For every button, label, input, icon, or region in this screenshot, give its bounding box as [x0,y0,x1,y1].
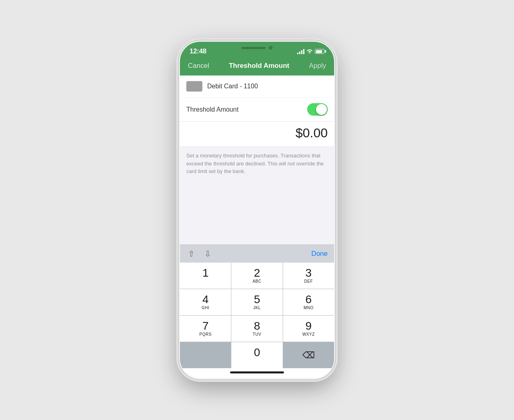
toolbar-nav-buttons: ⇧ ⇩ [186,248,213,259]
toggle-track [307,103,328,116]
key-2[interactable]: 2 ABC [231,263,282,289]
card-label: Debit Card - 1100 [207,83,258,90]
key-8[interactable]: 8 TUV [231,316,282,342]
amount-value: $0.00 [296,126,328,140]
threshold-label: Threshold Amount [186,106,239,113]
prev-field-button[interactable]: ⇧ [186,248,196,259]
notch-dot [269,46,273,50]
notch-pill [241,47,265,49]
content-area: Debit Card - 1100 Threshold Amount $0.00… [180,75,334,378]
phone-frame: 12:48 Cancel T [179,41,335,379]
status-time: 12:48 [190,47,206,55]
done-button[interactable]: Done [311,250,328,258]
key-3[interactable]: 3 DEF [283,263,334,289]
nav-bar: Cancel Threshold Amount Apply [180,58,334,75]
home-indicator [180,368,334,378]
description-text: Set a monetary threshold for purchases. … [186,152,328,175]
nav-title: Threshold Amount [229,62,289,70]
delete-icon: ⌫ [302,350,315,361]
apply-button[interactable]: Apply [309,62,326,70]
key-0[interactable]: 0 [231,342,282,368]
key-9[interactable]: 9 WXYZ [283,316,334,342]
phone-screen: 12:48 Cancel T [180,42,334,378]
key-6[interactable]: 6 MNO [283,289,334,315]
numeric-keyboard: 1 2 ABC 3 DEF 4 GHI 5 JKL [180,263,334,368]
key-delete[interactable]: ⌫ [283,342,334,368]
status-icons [297,48,324,55]
key-empty: · [180,342,231,368]
threshold-toggle-row: Threshold Amount [180,98,334,121]
home-bar [230,371,284,373]
key-1[interactable]: 1 [180,263,231,289]
toggle-thumb [316,104,327,115]
next-field-button[interactable]: ⇩ [203,248,213,259]
card-row: Debit Card - 1100 [180,75,334,97]
key-5[interactable]: 5 JKL [231,289,282,315]
card-icon [186,81,202,92]
amount-row: $0.00 [180,121,334,146]
threshold-toggle[interactable] [307,103,328,116]
wifi-icon [306,48,313,55]
cancel-button[interactable]: Cancel [188,62,209,70]
keyboard-toolbar: ⇧ ⇩ Done [180,245,334,263]
key-7[interactable]: 7 PQRS [180,316,231,342]
description-area: Set a monetary threshold for purchases. … [180,146,334,245]
battery-icon [315,49,324,54]
signal-icon [297,49,304,54]
notch [231,42,283,54]
key-4[interactable]: 4 GHI [180,289,231,315]
status-bar: 12:48 [180,42,334,58]
